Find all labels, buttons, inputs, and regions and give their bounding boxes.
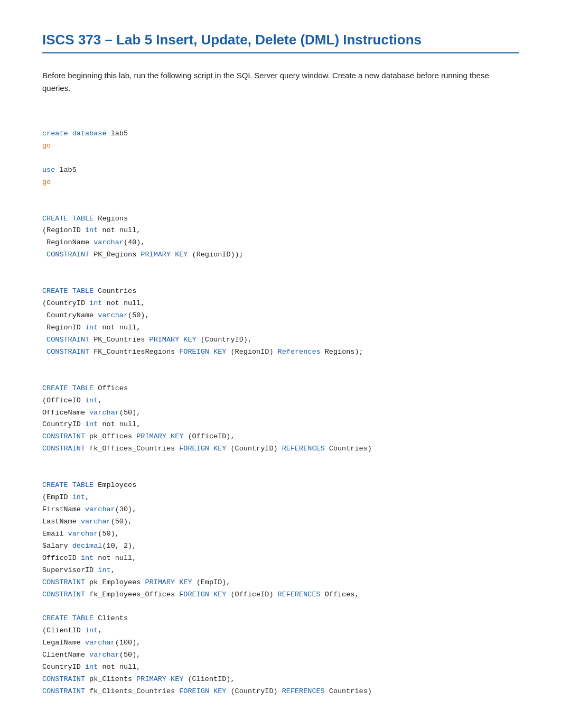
intro-paragraph: Before beginning this lab, run the follo… bbox=[42, 69, 519, 95]
page-title: ISCS 373 – Lab 5 Insert, Update, Delete … bbox=[42, 32, 519, 53]
sql-code-block: create database lab5 go use lab5 go CREA… bbox=[42, 116, 519, 698]
